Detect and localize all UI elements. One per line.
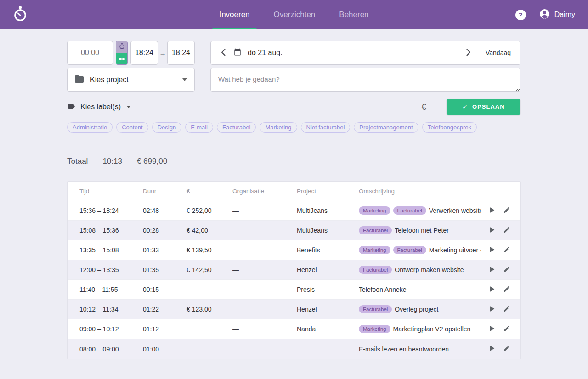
label-pill[interactable]: Administratie	[67, 122, 113, 133]
previous-day-button[interactable]	[220, 49, 226, 57]
nav-tab-invoeren[interactable]: Invoeren	[218, 0, 250, 29]
label-pill[interactable]: E-mail	[185, 122, 213, 133]
cell-organisatie: —	[232, 266, 297, 273]
cell-tijd: 11:40 – 11:55	[79, 286, 143, 293]
table-header: TijdDuur€OrganisatieProjectOmschrijving	[68, 182, 520, 201]
nav-tab-beheren[interactable]: Beheren	[338, 0, 369, 29]
row-actions	[481, 305, 513, 314]
restart-timer-button[interactable]	[489, 246, 495, 254]
table-row: 12:00 – 13:3501:35€ 142,50—HenzelFactura…	[68, 260, 520, 280]
help-icon[interactable]: ?	[515, 10, 526, 20]
label-pill[interactable]: Telefoongesprek	[422, 122, 477, 133]
cell-omschrijving: E-mails lezen en beantwoorden	[359, 346, 481, 353]
cell-bedrag: € 139,50	[187, 246, 232, 254]
entry-label-pill: Marketing	[359, 246, 390, 254]
label-pill[interactable]: Projectmanagement	[354, 122, 418, 133]
edit-entry-button[interactable]	[503, 285, 510, 294]
edit-entry-button[interactable]	[503, 266, 510, 274]
cell-duur: 02:48	[143, 207, 187, 214]
restart-timer-button[interactable]	[489, 227, 495, 234]
app-logo[interactable]	[13, 6, 28, 24]
table-row: 10:12 – 11:3401:22€ 123,00—HenzelFactura…	[68, 300, 520, 319]
pencil-icon	[503, 345, 510, 353]
chevron-left-icon	[221, 49, 226, 57]
edit-entry-button[interactable]	[503, 246, 510, 255]
edit-entry-button[interactable]	[503, 325, 510, 334]
today-button[interactable]: Vandaag	[486, 49, 511, 56]
restart-timer-button[interactable]	[489, 286, 495, 294]
entry-label-pill: Marketing	[359, 325, 390, 333]
label-pill[interactable]: Niet facturabel	[301, 122, 351, 133]
end-time-input[interactable]	[167, 41, 195, 65]
time-entry-form: → do 21 aug.	[0, 29, 588, 133]
calendar-icon	[233, 48, 242, 58]
timer-icon	[119, 43, 125, 51]
timer-mode-button[interactable]	[116, 41, 127, 53]
arrow-right-icon: →	[158, 41, 167, 65]
table-row: 08:00 – 09:0001:00——E-mails lezen en bea…	[68, 339, 520, 359]
edit-entry-button[interactable]	[503, 226, 510, 235]
cell-tijd: 15:36 – 18:24	[79, 207, 143, 214]
range-mode-button[interactable]	[116, 53, 127, 65]
cell-organisatie: —	[232, 286, 297, 293]
cell-duur: 00:28	[143, 227, 187, 234]
labels-dropdown-text: Kies label(s)	[80, 103, 121, 111]
restart-timer-button[interactable]	[489, 207, 495, 215]
user-menu[interactable]: Daimy	[539, 8, 575, 22]
cell-duur: 01:22	[143, 306, 187, 313]
cell-project: —	[297, 346, 359, 353]
restart-timer-button[interactable]	[489, 345, 495, 353]
row-actions	[481, 206, 513, 215]
time-row: → do 21 aug.	[67, 41, 520, 65]
play-icon	[489, 325, 495, 333]
label-pill[interactable]: Design	[152, 122, 181, 133]
duration-input[interactable]	[67, 41, 113, 65]
label-pill[interactable]: Content	[116, 122, 148, 133]
entry-description: Marketing uitvoer - s…	[429, 246, 481, 254]
time-range-icon	[119, 55, 125, 62]
restart-timer-button[interactable]	[489, 266, 495, 274]
edit-entry-button[interactable]	[503, 345, 510, 353]
cell-project: Henzel	[297, 266, 359, 273]
section-divider	[41, 142, 547, 142]
nav-tab-overzichten[interactable]: Overzichten	[273, 0, 317, 29]
project-select[interactable]: Kies project	[67, 68, 195, 92]
row-actions	[481, 285, 513, 294]
cell-duur: 01:12	[143, 325, 187, 333]
totals-label: Totaal	[67, 157, 88, 166]
folder-icon	[75, 75, 84, 84]
totals-amount: € 699,00	[137, 157, 167, 166]
cell-tijd: 10:12 – 11:34	[79, 306, 143, 313]
next-day-button[interactable]	[465, 49, 472, 57]
edit-entry-button[interactable]	[503, 305, 510, 314]
cell-organisatie: —	[232, 325, 297, 333]
cell-project: MultiJeans	[297, 227, 359, 234]
restart-timer-button[interactable]	[489, 325, 495, 333]
start-time-input[interactable]	[130, 41, 158, 65]
date-display[interactable]: do 21 aug.	[233, 48, 283, 58]
description-input[interactable]	[210, 68, 520, 92]
labels-dropdown-button[interactable]: Kies label(s)	[67, 102, 131, 112]
main-content: → do 21 aug.	[0, 29, 588, 359]
cell-tijd: 08:00 – 09:00	[79, 346, 143, 353]
edit-entry-button[interactable]	[503, 206, 510, 215]
cell-omschrijving: MarketingFacturabelMarketing uitvoer - s…	[359, 246, 481, 254]
cell-tijd: 15:08 – 15:36	[79, 227, 143, 234]
entry-description: Marketingplan V2 opstellen	[393, 325, 471, 333]
restart-timer-button[interactable]	[489, 306, 495, 313]
play-icon	[489, 345, 495, 353]
label-pill[interactable]: Facturabel	[217, 122, 256, 133]
cell-omschrijving: Telefoon Anneke	[359, 286, 481, 293]
play-icon	[489, 207, 495, 215]
cell-organisatie: —	[232, 207, 297, 214]
cell-tijd: 12:00 – 13:35	[79, 266, 143, 273]
label-pill[interactable]: Marketing	[260, 122, 297, 133]
entry-label-pill: Facturabel	[359, 266, 392, 274]
cell-duur: 00:15	[143, 286, 187, 293]
header-right: ? Daimy	[515, 8, 575, 22]
cell-organisatie: —	[232, 246, 297, 254]
table-row: 09:00 – 10:1201:12—NandaMarketingMarketi…	[68, 319, 520, 339]
chevron-down-icon	[126, 106, 131, 108]
save-button[interactable]: ✓ OPSLAAN	[447, 99, 520, 115]
cell-project: Nanda	[297, 325, 359, 333]
